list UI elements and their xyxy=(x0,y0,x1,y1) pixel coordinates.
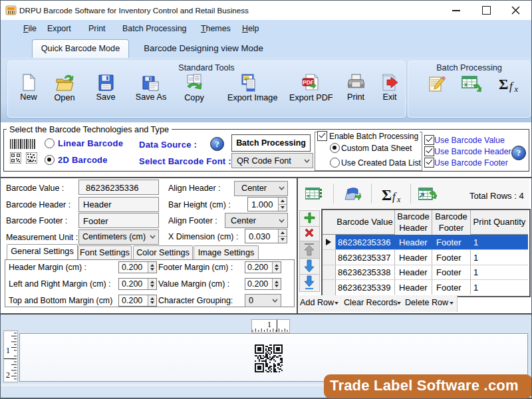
svg-text:Σ: Σ xyxy=(499,76,508,92)
svg-text:x: x xyxy=(514,84,519,92)
svg-text:x: x xyxy=(396,195,401,203)
svg-text:Σ: Σ xyxy=(382,187,392,203)
svg-text:f: f xyxy=(392,190,397,203)
svg-text:x: x xyxy=(307,193,311,199)
svg-text:f: f xyxy=(509,80,514,92)
svg-text:x: x xyxy=(464,81,467,88)
